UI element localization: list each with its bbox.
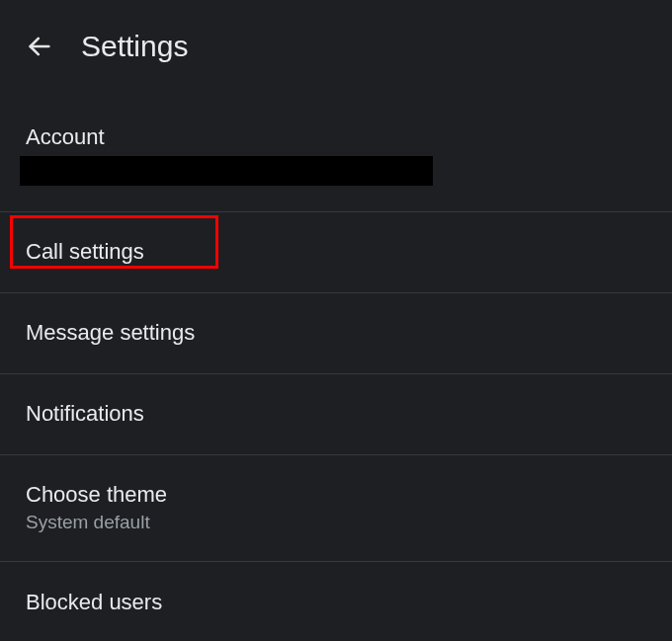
- page-title: Settings: [81, 30, 188, 63]
- list-item-choose-theme[interactable]: Choose theme System default: [0, 454, 672, 561]
- account-label: Account: [26, 124, 646, 150]
- list-item-label: Notifications: [26, 401, 144, 426]
- header: Settings: [0, 0, 672, 83]
- list-item-call-settings[interactable]: Call settings: [0, 211, 672, 292]
- list-item-label: Call settings: [26, 239, 144, 264]
- list-item-sublabel: System default: [26, 512, 646, 533]
- account-value: [20, 156, 433, 186]
- list-item-label: Message settings: [26, 320, 195, 345]
- list-item-notifications[interactable]: Notifications: [0, 373, 672, 454]
- settings-list: Call settings Message settings Notificat…: [0, 211, 672, 641]
- back-arrow-icon[interactable]: [26, 33, 53, 60]
- list-item-label: Choose theme: [26, 482, 646, 508]
- account-section[interactable]: Account: [0, 83, 672, 186]
- list-item-label: Blocked users: [26, 590, 162, 614]
- list-item-message-settings[interactable]: Message settings: [0, 292, 672, 373]
- list-item-blocked-users[interactable]: Blocked users: [0, 561, 672, 641]
